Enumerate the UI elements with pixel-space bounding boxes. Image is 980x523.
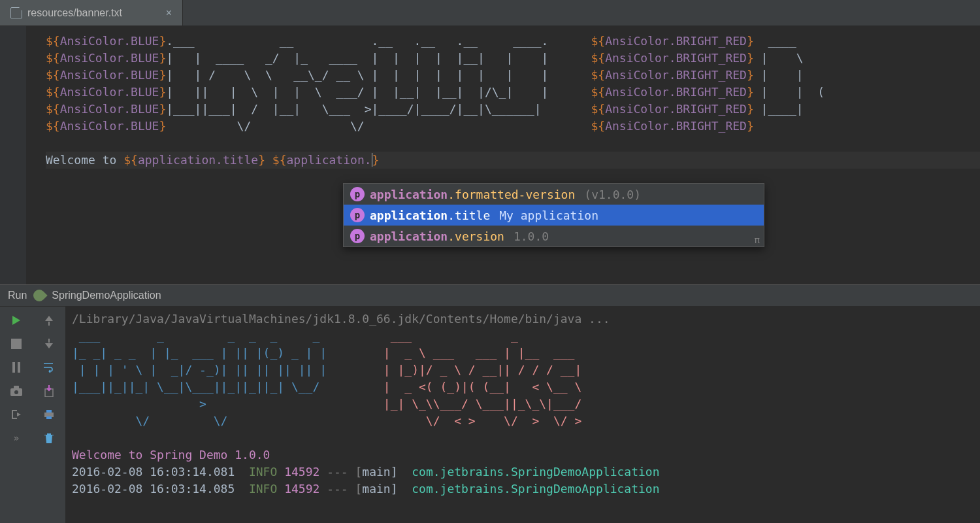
camera-icon[interactable] xyxy=(9,384,24,398)
run-toolwindow-header: Run SpringDemoApplication xyxy=(0,284,980,307)
completion-pkg: application xyxy=(370,188,448,201)
completion-item-selected[interactable]: p application.title My application xyxy=(344,205,764,226)
run-panel: » /Library/Java/JavaVirtualMachines/jdk1… xyxy=(0,307,980,523)
down-arrow-icon[interactable] xyxy=(42,337,56,351)
svg-rect-8 xyxy=(44,413,54,417)
pause-icon[interactable] xyxy=(9,360,24,375)
up-arrow-icon[interactable] xyxy=(42,313,56,328)
svg-rect-9 xyxy=(46,410,52,413)
editor-tabbar: resources/banner.txt × xyxy=(0,0,980,26)
svg-rect-10 xyxy=(46,416,52,419)
console-output[interactable]: /Library/Java/JavaVirtualMachines/jdk1.8… xyxy=(65,307,980,523)
svg-rect-1 xyxy=(11,339,22,349)
run-actions-secondary xyxy=(33,307,65,523)
property-badge-icon: p xyxy=(350,208,365,222)
editor-area[interactable]: ${AnsiColor.BLUE}.___ __ .__ .__ .__ ___… xyxy=(0,26,980,284)
completion-value: My application xyxy=(499,209,598,222)
svg-point-6 xyxy=(14,390,18,394)
editor-tab-banner[interactable]: resources/banner.txt × xyxy=(0,0,183,25)
run-config-name: SpringDemoApplication xyxy=(52,290,161,301)
print-icon[interactable] xyxy=(42,407,56,422)
completion-suffix: .title xyxy=(448,209,490,222)
completion-value: (v1.0.0) xyxy=(584,188,641,201)
completion-value: 1.0.0 xyxy=(514,229,549,243)
svg-marker-0 xyxy=(12,316,20,325)
wrap-icon[interactable] xyxy=(42,360,56,375)
file-icon xyxy=(10,7,22,19)
svg-rect-2 xyxy=(12,362,15,373)
completion-item[interactable]: p application.formatted-version (v1.0.0) xyxy=(344,184,764,205)
completion-suffix: .formatted-version xyxy=(448,188,575,201)
run-label: Run xyxy=(8,290,27,301)
console-text: /Library/Java/JavaVirtualMachines/jdk1.8… xyxy=(72,311,980,498)
svg-rect-3 xyxy=(18,362,20,373)
spring-leaf-icon xyxy=(31,287,48,303)
run-actions-primary: » xyxy=(0,307,33,523)
more-icon[interactable]: » xyxy=(9,431,24,445)
svg-rect-5 xyxy=(14,386,19,389)
tab-label: resources/banner.txt xyxy=(27,7,122,19)
pi-indicator-icon: π xyxy=(755,235,760,245)
completion-popup: p application.formatted-version (v1.0.0)… xyxy=(343,183,764,247)
property-badge-icon: p xyxy=(350,187,365,201)
rerun-icon[interactable] xyxy=(9,313,24,328)
completion-suffix: .version xyxy=(448,229,504,243)
stop-icon[interactable] xyxy=(9,337,24,351)
exit-icon[interactable] xyxy=(9,407,24,422)
close-icon[interactable]: × xyxy=(166,7,172,19)
trash-icon[interactable] xyxy=(42,431,56,445)
completion-pkg: application xyxy=(370,209,448,222)
export-icon[interactable] xyxy=(42,384,56,398)
editor-content: ${AnsiColor.BLUE}.___ __ .__ .__ .__ ___… xyxy=(46,33,980,169)
property-badge-icon: p xyxy=(350,229,365,243)
completion-pkg: application xyxy=(370,229,448,243)
completion-item[interactable]: p application.version 1.0.0 xyxy=(344,226,764,246)
